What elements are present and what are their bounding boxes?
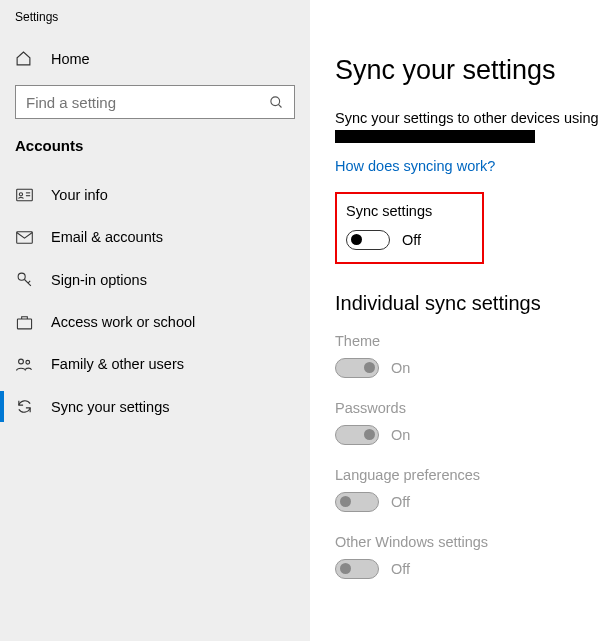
ind-label: Other Windows settings	[335, 534, 614, 550]
nav-label: Email & accounts	[51, 229, 163, 245]
individual-header: Individual sync settings	[335, 292, 614, 315]
ind-theme: Theme On	[335, 333, 614, 378]
home-label: Home	[51, 51, 90, 67]
ind-passwords: Passwords On	[335, 400, 614, 445]
nav-label: Your info	[51, 187, 108, 203]
toggle-state: Off	[391, 494, 410, 510]
sync-toggle-state: Off	[402, 232, 421, 248]
svg-point-12	[26, 360, 30, 364]
nav-signin-options[interactable]: Sign-in options	[0, 258, 310, 301]
home-icon	[15, 50, 33, 67]
ind-label: Theme	[335, 333, 614, 349]
toggle-state: On	[391, 427, 410, 443]
toggle-state: On	[391, 360, 410, 376]
ind-other: Other Windows settings Off	[335, 534, 614, 579]
search-box[interactable]	[15, 85, 295, 119]
mail-icon	[15, 231, 33, 244]
home-button[interactable]: Home	[0, 42, 310, 75]
other-toggle	[335, 559, 379, 579]
passwords-toggle	[335, 425, 379, 445]
section-header: Accounts	[0, 137, 310, 174]
page-title: Sync your settings	[335, 55, 614, 86]
redacted-account	[335, 130, 535, 143]
nav-label: Access work or school	[51, 314, 195, 330]
highlight-box: Sync settings Off	[335, 192, 484, 264]
nav-email-accounts[interactable]: Email & accounts	[0, 216, 310, 258]
briefcase-icon	[15, 315, 33, 330]
nav-your-info[interactable]: Your info	[0, 174, 310, 216]
svg-point-11	[19, 359, 24, 364]
nav-access-work[interactable]: Access work or school	[0, 301, 310, 343]
language-toggle	[335, 492, 379, 512]
search-input[interactable]	[26, 94, 269, 111]
ind-label: Language preferences	[335, 467, 614, 483]
svg-rect-10	[17, 318, 31, 328]
card-icon	[15, 188, 33, 202]
svg-point-0	[271, 96, 280, 105]
svg-line-9	[28, 281, 30, 283]
sync-toggle[interactable]	[346, 230, 390, 250]
nav-label: Family & other users	[51, 356, 184, 372]
svg-line-1	[278, 104, 281, 107]
sidebar: Settings Home Accounts Your info Email &…	[0, 0, 310, 641]
key-icon	[15, 271, 33, 288]
window-title: Settings	[0, 10, 310, 42]
ind-language: Language preferences Off	[335, 467, 614, 512]
ind-label: Passwords	[335, 400, 614, 416]
sync-toggle-label: Sync settings	[346, 203, 432, 219]
nav-sync-settings[interactable]: Sync your settings	[0, 385, 310, 428]
nav-label: Sync your settings	[51, 399, 169, 415]
nav-label: Sign-in options	[51, 272, 147, 288]
toggle-state: Off	[391, 561, 410, 577]
theme-toggle	[335, 358, 379, 378]
search-icon	[269, 95, 284, 110]
nav-family-users[interactable]: Family & other users	[0, 343, 310, 385]
svg-rect-6	[16, 231, 32, 242]
svg-point-3	[19, 193, 22, 196]
main-content: Sync your settings Sync your settings to…	[310, 0, 614, 641]
people-icon	[15, 357, 33, 372]
svg-point-7	[18, 273, 25, 280]
sync-icon	[15, 398, 33, 415]
description-text: Sync your settings to other devices usin…	[335, 108, 614, 128]
help-link[interactable]: How does syncing work?	[335, 158, 495, 174]
